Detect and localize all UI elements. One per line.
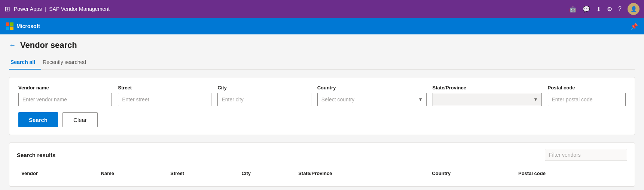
postal-code-field: Postal code	[548, 85, 626, 106]
microsoft-bar: Microsoft 📌	[0, 18, 644, 34]
vendor-name-label: Vendor name	[18, 85, 112, 91]
col-postal-code: Postal code	[514, 167, 627, 180]
page-header: ← Vendor search	[9, 40, 635, 50]
table-header: Vendor Name Street City State/Province C…	[17, 167, 627, 180]
col-name: Name	[97, 167, 166, 180]
col-city: City	[237, 167, 294, 180]
app-name-label: SAP Vendor Management	[49, 6, 110, 12]
main-content: ← Vendor search Search all Recently sear…	[0, 34, 644, 190]
title-separator: |	[45, 6, 46, 12]
app-title: Power Apps | SAP Vendor Management	[14, 6, 110, 12]
pin-icon[interactable]: 📌	[631, 23, 638, 30]
search-form: Vendor name Street City Country Select c…	[9, 77, 635, 135]
city-input[interactable]	[217, 93, 311, 106]
table-header-row: Vendor Name Street City State/Province C…	[17, 167, 627, 180]
postal-code-input[interactable]	[548, 93, 626, 106]
download-icon[interactable]: ⬇	[596, 6, 601, 13]
tab-bar: Search all Recently searched	[9, 56, 635, 70]
results-section: Search results Vendor Name Street City S…	[9, 142, 635, 187]
page-title: Vendor search	[20, 40, 77, 50]
top-navigation: ⊞ Power Apps | SAP Vendor Management 🤖 💬…	[0, 0, 644, 18]
search-button[interactable]: Search	[18, 112, 58, 127]
country-field: Country Select country ▼	[317, 85, 427, 106]
results-header: Search results	[17, 149, 627, 161]
col-country: Country	[427, 167, 514, 180]
street-field: Street	[118, 85, 211, 106]
state-province-field: State/Province ▼	[433, 85, 542, 106]
filter-vendors-input[interactable]	[545, 149, 627, 161]
help-icon[interactable]: ?	[618, 6, 622, 12]
ms-sq-green	[10, 22, 13, 26]
vendor-name-input[interactable]	[18, 93, 112, 106]
city-label: City	[217, 85, 311, 91]
tab-search-all[interactable]: Search all	[9, 56, 41, 70]
country-label: Country	[317, 85, 427, 91]
form-fields: Vendor name Street City Country Select c…	[18, 85, 626, 106]
state-province-select[interactable]	[433, 93, 542, 106]
col-state-province: State/Province	[294, 167, 427, 180]
top-nav-left: ⊞ Power Apps | SAP Vendor Management	[4, 5, 110, 13]
action-buttons: Search Clear	[18, 112, 626, 127]
chat-icon[interactable]: 💬	[583, 6, 590, 13]
vendor-name-field: Vendor name	[18, 85, 112, 106]
tab-recently-searched[interactable]: Recently searched	[41, 56, 92, 70]
col-street: Street	[166, 167, 237, 180]
country-select-wrapper: Select country ▼	[317, 93, 427, 106]
state-select-wrapper: ▼	[433, 93, 542, 106]
street-input[interactable]	[118, 93, 211, 106]
microsoft-label: Microsoft	[16, 23, 40, 29]
grid-icon[interactable]: ⊞	[4, 5, 10, 13]
top-nav-right: 🤖 💬 ⬇ ⚙ ? 👤	[569, 3, 640, 15]
ms-sq-yellow	[10, 27, 13, 30]
copilot-icon[interactable]: 🤖	[569, 6, 577, 13]
city-field: City	[217, 85, 311, 106]
results-table: Vendor Name Street City State/Province C…	[17, 167, 627, 180]
country-select[interactable]: Select country	[317, 93, 427, 106]
ms-logo-squares	[6, 22, 13, 30]
settings-icon[interactable]: ⚙	[607, 6, 612, 13]
clear-button[interactable]: Clear	[62, 112, 98, 127]
power-apps-label: Power Apps	[14, 6, 42, 12]
col-vendor: Vendor	[17, 167, 97, 180]
results-title: Search results	[17, 152, 55, 158]
street-label: Street	[118, 85, 211, 91]
postal-code-label: Postal code	[548, 85, 626, 91]
ms-sq-blue	[6, 27, 9, 30]
ms-bar-right: 📌	[631, 23, 638, 30]
ms-sq-red	[6, 22, 9, 26]
state-province-label: State/Province	[433, 85, 542, 91]
microsoft-logo[interactable]: Microsoft	[6, 22, 40, 30]
user-avatar[interactable]: 👤	[628, 3, 640, 15]
back-button[interactable]: ←	[9, 42, 16, 49]
